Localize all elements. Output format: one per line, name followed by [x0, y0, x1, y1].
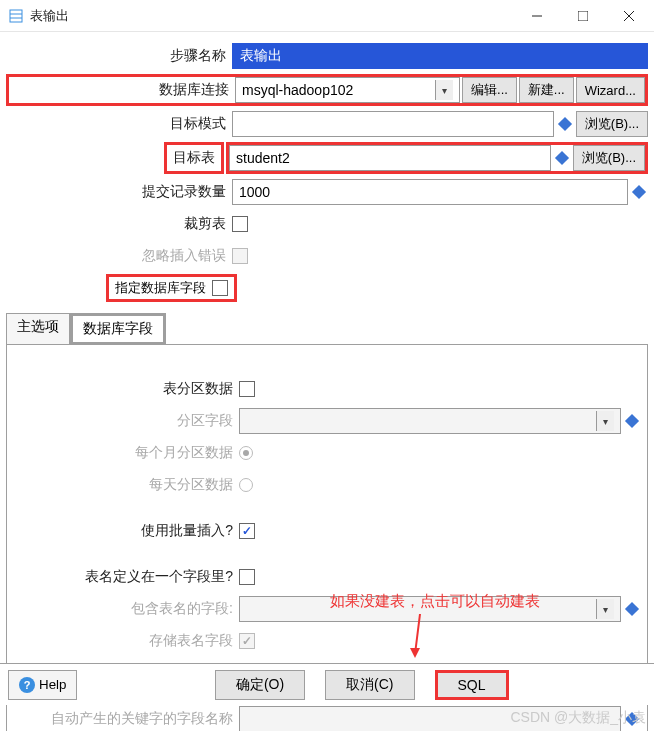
svg-marker-8 — [410, 648, 420, 658]
annotation-arrow-icon — [400, 614, 440, 664]
maximize-button[interactable] — [560, 0, 606, 32]
partition-data-checkbox[interactable] — [239, 381, 255, 397]
store-tablename-checkbox: ✓ — [239, 633, 255, 649]
row-specify-fields: 指定数据库字段 — [6, 274, 648, 302]
wizard-button[interactable]: Wizard... — [576, 77, 645, 103]
window-title: 表输出 — [30, 7, 514, 25]
specify-fields-checkbox[interactable] — [212, 280, 228, 296]
partition-field-label: 分区字段 — [13, 412, 239, 430]
step-name-label: 步骤名称 — [6, 47, 232, 65]
part-monthly-radio — [239, 446, 253, 460]
watermark: CSDN @大数据_小袁 — [510, 709, 646, 727]
new-conn-button[interactable]: 新建... — [519, 77, 574, 103]
minimize-button[interactable] — [514, 0, 560, 32]
dropdown-icon: ▾ — [435, 80, 453, 100]
sql-button[interactable]: SQL — [435, 670, 509, 700]
cancel-button[interactable]: 取消(C) — [325, 670, 414, 700]
browse-table-button[interactable]: 浏览(B)... — [573, 145, 645, 171]
partition-field-select: ▾ — [239, 408, 621, 434]
var-icon — [558, 117, 572, 131]
bottom-bar: ? Help 确定(O) 取消(C) SQL — [0, 663, 654, 705]
browse-schema-button[interactable]: 浏览(B)... — [576, 111, 648, 137]
dropdown-icon: ▾ — [596, 599, 614, 619]
dropdown-icon: ▾ — [596, 411, 614, 431]
help-button[interactable]: ? Help — [8, 670, 77, 700]
tablename-in-field-checkbox[interactable] — [239, 569, 255, 585]
specify-fields-label: 指定数据库字段 — [115, 279, 206, 297]
row-db-connection: 数据库连接 msyql-hadoop102 ▾ 编辑... 新建... Wiza… — [6, 74, 648, 106]
part-monthly-label: 每个月分区数据 — [13, 444, 239, 462]
target-table-input[interactable] — [229, 145, 551, 171]
edit-conn-button[interactable]: 编辑... — [462, 77, 517, 103]
db-conn-value: msyql-hadoop102 — [242, 82, 353, 98]
row-step-name: 步骤名称 — [6, 42, 648, 70]
ignore-errors-checkbox — [232, 248, 248, 264]
row-ignore-errors: 忽略插入错误 — [6, 242, 648, 270]
row-target-table: 目标表 浏览(B)... — [6, 142, 648, 174]
target-schema-label: 目标模式 — [6, 115, 232, 133]
target-table-label: 目标表 — [164, 142, 224, 174]
row-target-schema: 目标模式 浏览(B)... — [6, 110, 648, 138]
var-icon — [555, 151, 569, 165]
truncate-label: 裁剪表 — [6, 215, 232, 233]
var-icon — [632, 185, 646, 199]
tab-db-fields[interactable]: 数据库字段 — [70, 313, 166, 345]
batch-insert-checkbox[interactable]: ✓ — [239, 523, 255, 539]
row-truncate: 裁剪表 — [6, 210, 648, 238]
annotation-text: 如果没建表，点击可以自动建表 — [330, 592, 540, 611]
var-icon — [625, 414, 639, 428]
partition-data-label: 表分区数据 — [13, 380, 239, 398]
var-icon — [625, 602, 639, 616]
target-schema-input[interactable] — [232, 111, 554, 137]
svg-rect-0 — [10, 10, 22, 22]
svg-rect-4 — [578, 11, 588, 21]
db-conn-select[interactable]: msyql-hadoop102 ▾ — [235, 77, 460, 103]
ok-button[interactable]: 确定(O) — [215, 670, 305, 700]
tab-main[interactable]: 主选项 — [6, 313, 70, 345]
step-name-input[interactable] — [232, 43, 648, 69]
commit-size-label: 提交记录数量 — [6, 183, 232, 201]
close-button[interactable] — [606, 0, 652, 32]
autokey-fieldname-label: 自动产生的关键字的字段名称 — [13, 710, 239, 728]
row-commit-size: 提交记录数量 — [6, 178, 648, 206]
store-tablename-label: 存储表名字段 — [13, 632, 239, 650]
app-icon — [8, 8, 24, 24]
help-icon: ? — [19, 677, 35, 693]
batch-insert-label: 使用批量插入? — [13, 522, 239, 540]
help-label: Help — [39, 677, 66, 692]
ignore-errors-label: 忽略插入错误 — [6, 247, 232, 265]
tablename-field-label: 包含表名的字段: — [13, 600, 239, 618]
tablename-in-field-label: 表名定义在一个字段里? — [13, 568, 239, 586]
part-daily-label: 每天分区数据 — [13, 476, 239, 494]
title-bar: 表输出 — [0, 0, 654, 32]
db-conn-label: 数据库连接 — [9, 81, 235, 99]
commit-size-input[interactable] — [232, 179, 628, 205]
truncate-checkbox[interactable] — [232, 216, 248, 232]
part-daily-radio — [239, 478, 253, 492]
